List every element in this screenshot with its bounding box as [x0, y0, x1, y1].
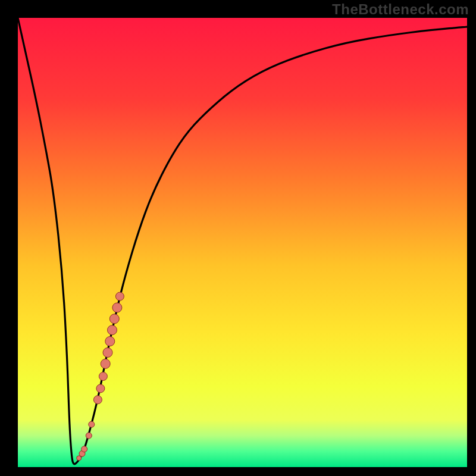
watermark-label: TheBottleneck.com — [332, 1, 469, 18]
scatter-dot — [96, 384, 105, 393]
scatter-dot — [86, 433, 92, 439]
scatter-dot — [115, 292, 124, 300]
scatter-dot — [103, 348, 112, 358]
scatter-dot — [105, 337, 115, 346]
scatter-dot — [108, 325, 117, 335]
chart-frame: TheBottleneck.com — [0, 0, 476, 476]
scatter-dot — [93, 396, 102, 404]
scatter-dot — [82, 446, 87, 452]
plot-background — [18, 18, 467, 467]
scatter-dot — [89, 421, 95, 427]
bottleneck-chart — [0, 0, 476, 476]
scatter-dot — [99, 372, 107, 381]
scatter-dot — [101, 359, 110, 368]
scatter-dot — [109, 314, 119, 324]
scatter-dot — [112, 303, 122, 312]
